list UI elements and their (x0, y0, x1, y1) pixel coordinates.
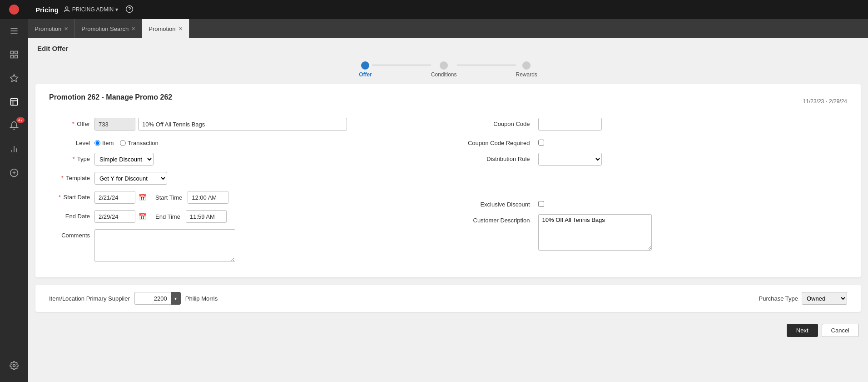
notification-badge: 47 (16, 117, 25, 123)
sidebar-item-favorites[interactable] (0, 66, 28, 90)
comments-textarea[interactable] (94, 229, 235, 262)
start-time-input[interactable] (188, 191, 228, 204)
level-radio-item[interactable] (94, 140, 100, 146)
supplier-card: Item/Location Primary Supplier ▾ Philip … (35, 285, 861, 312)
distribution-rule-row: Distribution Rule Auto Manual (462, 153, 848, 166)
supplier-label: Item/Location Primary Supplier (49, 295, 134, 302)
level-radio-transaction[interactable] (120, 140, 126, 146)
level-label: Level (49, 137, 94, 146)
user-icon (63, 6, 70, 13)
help-icon (125, 5, 134, 13)
template-row: * Template Get Y for Discount Buy X Get … (49, 172, 435, 185)
coupon-code-input[interactable] (538, 118, 602, 131)
content-area: Edit Offer Offer Conditions Rewards Pro (28, 38, 868, 382)
svg-rect-5 (11, 55, 14, 58)
end-date-wrap: 📅 End Time (94, 210, 227, 223)
svg-rect-4 (15, 51, 18, 54)
level-item[interactable]: Item (94, 140, 114, 146)
form-right-col: Coupon Code Coupon Code Required Distrib… (435, 118, 848, 268)
start-date-calendar-icon[interactable]: 📅 (137, 192, 147, 202)
wizard-dot-rewards (522, 61, 531, 70)
wizard-dot-offer (361, 61, 369, 70)
end-date-row: End Date 📅 End Time (49, 210, 435, 223)
promotion-date-range: 11/23/23 - 2/29/24 (803, 98, 847, 105)
wizard-step-offer[interactable]: Offer (359, 61, 372, 78)
coupon-code-label: Coupon Code (462, 118, 535, 127)
tab-promotion-2[interactable]: Promotion ✕ (142, 19, 189, 38)
cancel-button[interactable]: Cancel (822, 324, 859, 337)
app-logo (9, 5, 19, 15)
distribution-rule-label: Distribution Rule (462, 153, 535, 162)
topbar-right: PRICING ADMIN ▾ (63, 5, 134, 15)
exclusive-discount-row: Exclusive Discount (462, 198, 848, 208)
purchase-type-select[interactable]: Owned Consigned DSD (802, 292, 847, 305)
coupon-required-label: Coupon Code Required (462, 137, 535, 146)
wizard-line-1 (372, 65, 431, 65)
type-label: * Type (49, 153, 94, 162)
start-time-label: Start Time (155, 194, 182, 201)
offer-id-input[interactable] (94, 118, 135, 131)
sidebar-item-settings[interactable] (0, 354, 28, 377)
wizard-dot-conditions (440, 61, 448, 70)
tab-close-icon[interactable]: ✕ (131, 26, 135, 31)
template-select[interactable]: Get Y for Discount Buy X Get Y Spend X G… (94, 172, 167, 185)
comments-row: Comments (49, 229, 435, 262)
user-menu[interactable]: PRICING ADMIN ▾ (63, 6, 118, 13)
user-label: PRICING ADMIN (72, 6, 114, 13)
sidebar: 47 (0, 0, 28, 382)
svg-rect-6 (15, 55, 18, 58)
sidebar-item-notifications[interactable]: 47 (0, 114, 28, 137)
tab-label: Promotion Search (81, 25, 129, 32)
wizard-line-2 (457, 65, 516, 65)
comments-label: Comments (49, 229, 94, 239)
wizard-step-rewards[interactable]: Rewards (516, 61, 537, 78)
supplier-dropdown-button[interactable]: ▾ (171, 292, 181, 305)
sidebar-item-menu[interactable] (0, 19, 28, 43)
page-title: Edit Offer (37, 45, 68, 52)
offer-label: * Offer (49, 118, 94, 127)
wizard-label-conditions: Conditions (431, 71, 457, 78)
start-date-input[interactable] (94, 191, 135, 204)
supplier-name: Philip Morris (185, 295, 218, 302)
wizard-label-offer: Offer (359, 71, 372, 78)
customer-description-textarea[interactable]: 10% Off All Tennis Bags (538, 214, 652, 251)
promotion-title: Promotion 262 - Manage Promo 262 (49, 93, 172, 101)
help-button[interactable] (125, 5, 134, 15)
end-date-calendar-icon[interactable]: 📅 (137, 211, 147, 221)
end-date-input[interactable] (94, 210, 135, 223)
next-button[interactable]: Next (787, 324, 818, 337)
sidebar-item-dashboard[interactable] (0, 43, 28, 66)
level-transaction-label: Transaction (128, 140, 158, 146)
level-transaction[interactable]: Transaction (120, 140, 158, 146)
sidebar-item-reports[interactable] (0, 137, 28, 161)
supplier-id-input[interactable] (134, 292, 171, 305)
exclusive-discount-wrap (538, 198, 544, 207)
end-time-input[interactable] (186, 210, 227, 223)
chevron-down-icon: ▾ (115, 6, 118, 13)
offer-name-input[interactable] (138, 118, 347, 131)
sidebar-item-add[interactable] (0, 161, 28, 185)
wizard-step-conditions[interactable]: Conditions (431, 61, 457, 78)
exclusive-discount-label: Exclusive Discount (462, 198, 535, 208)
tab-close-icon[interactable]: ✕ (179, 26, 183, 31)
form-left-col: * Offer Level Item (49, 118, 435, 268)
form-columns: * Offer Level Item (49, 118, 847, 268)
sidebar-item-promotions[interactable] (0, 90, 28, 114)
distribution-rule-select[interactable]: Auto Manual (538, 153, 602, 166)
exclusive-discount-checkbox[interactable] (538, 201, 544, 207)
tab-promotion-search[interactable]: Promotion Search ✕ (75, 19, 142, 38)
level-item-label: Item (102, 140, 114, 146)
supplier-input-wrap: ▾ (134, 292, 181, 305)
coupon-required-checkbox[interactable] (538, 140, 544, 146)
wizard-label-rewards: Rewards (516, 71, 537, 78)
type-row: * Type Simple Discount BOGO Fixed Price (49, 153, 435, 166)
coupon-code-row: Coupon Code (462, 118, 848, 131)
tab-promotion-1[interactable]: Promotion ✕ (28, 19, 75, 38)
purchase-type-label: Purchase Type (759, 295, 798, 302)
customer-description-label: Customer Description (462, 214, 535, 224)
type-select[interactable]: Simple Discount BOGO Fixed Price (94, 153, 154, 166)
customer-description-row: Customer Description 10% Off All Tennis … (462, 214, 848, 251)
coupon-required-wrap (538, 137, 544, 146)
tab-close-icon[interactable]: ✕ (64, 26, 68, 31)
sidebar-logo-area (0, 0, 28, 19)
